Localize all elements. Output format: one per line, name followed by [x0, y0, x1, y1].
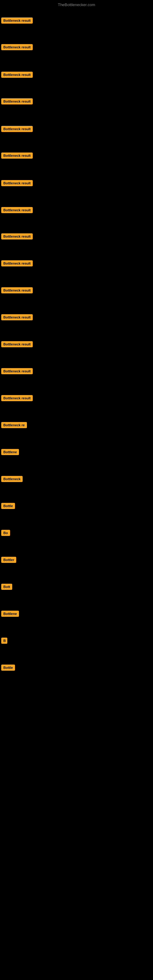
bottleneck-badge-4[interactable]: Bottleneck result	[1, 98, 33, 105]
result-row-6: Bottleneck result	[1, 153, 33, 160]
result-row-8: Bottleneck result	[1, 207, 33, 215]
bottleneck-badge-9[interactable]: Bottleneck result	[1, 233, 33, 240]
bottleneck-badge-2[interactable]: Bottleneck result	[1, 44, 33, 50]
result-row-22: Bott	[1, 584, 12, 591]
bottleneck-badge-11[interactable]: Bottleneck result	[1, 287, 33, 293]
bottleneck-badge-12[interactable]: Bottleneck result	[1, 314, 33, 320]
result-row-24: B	[1, 638, 7, 645]
bottleneck-badge-15[interactable]: Bottleneck result	[1, 395, 33, 401]
result-row-20: Bo	[1, 530, 10, 537]
bottleneck-badge-24[interactable]: B	[1, 638, 7, 644]
result-row-7: Bottleneck result	[1, 180, 33, 188]
page-wrapper: TheBottlenecker.com Bottleneck resultBot…	[0, 0, 153, 980]
result-row-17: Bottlene	[1, 449, 19, 456]
bottleneck-badge-5[interactable]: Bottleneck result	[1, 126, 33, 132]
result-row-14: Bottleneck result	[1, 368, 33, 375]
bottleneck-badge-13[interactable]: Bottleneck result	[1, 341, 33, 347]
bottleneck-badge-16[interactable]: Bottleneck re	[1, 422, 27, 428]
result-row-18: Bottleneck	[1, 476, 22, 483]
result-row-25: Bottle	[1, 665, 15, 672]
bottleneck-badge-18[interactable]: Bottleneck	[1, 476, 22, 482]
result-row-16: Bottleneck re	[1, 422, 27, 430]
bottleneck-badge-22[interactable]: Bott	[1, 584, 12, 590]
result-row-15: Bottleneck result	[1, 395, 33, 402]
result-row-12: Bottleneck result	[1, 314, 33, 321]
bottleneck-badge-17[interactable]: Bottlene	[1, 449, 19, 455]
result-row-4: Bottleneck result	[1, 98, 33, 106]
bottleneck-badge-21[interactable]: Bottler	[1, 557, 16, 563]
result-row-11: Bottleneck result	[1, 287, 33, 294]
bottleneck-badge-6[interactable]: Bottleneck result	[1, 153, 33, 159]
result-row-13: Bottleneck result	[1, 341, 33, 348]
bottleneck-badge-8[interactable]: Bottleneck result	[1, 207, 33, 213]
bottleneck-badge-23[interactable]: Bottlene	[1, 611, 19, 617]
result-row-5: Bottleneck result	[1, 126, 33, 133]
result-row-3: Bottleneck result	[1, 72, 33, 79]
site-title: TheBottlenecker.com	[0, 0, 153, 11]
bottleneck-badge-20[interactable]: Bo	[1, 530, 10, 536]
result-row-9: Bottleneck result	[1, 233, 33, 241]
bottleneck-badge-14[interactable]: Bottleneck result	[1, 368, 33, 374]
bottleneck-badge-1[interactable]: Bottleneck result	[1, 18, 33, 24]
bottleneck-badge-7[interactable]: Bottleneck result	[1, 180, 33, 186]
bottleneck-badge-25[interactable]: Bottle	[1, 665, 15, 671]
bottleneck-badge-3[interactable]: Bottleneck result	[1, 72, 33, 78]
bottleneck-badge-19[interactable]: Bottle	[1, 503, 15, 509]
bottleneck-badge-10[interactable]: Bottleneck result	[1, 260, 33, 266]
result-row-23: Bottlene	[1, 611, 19, 618]
result-row-21: Bottler	[1, 557, 16, 564]
result-row-2: Bottleneck result	[1, 44, 33, 51]
result-row-19: Bottle	[1, 503, 15, 510]
result-row-1: Bottleneck result	[1, 18, 33, 25]
result-row-10: Bottleneck result	[1, 260, 33, 268]
